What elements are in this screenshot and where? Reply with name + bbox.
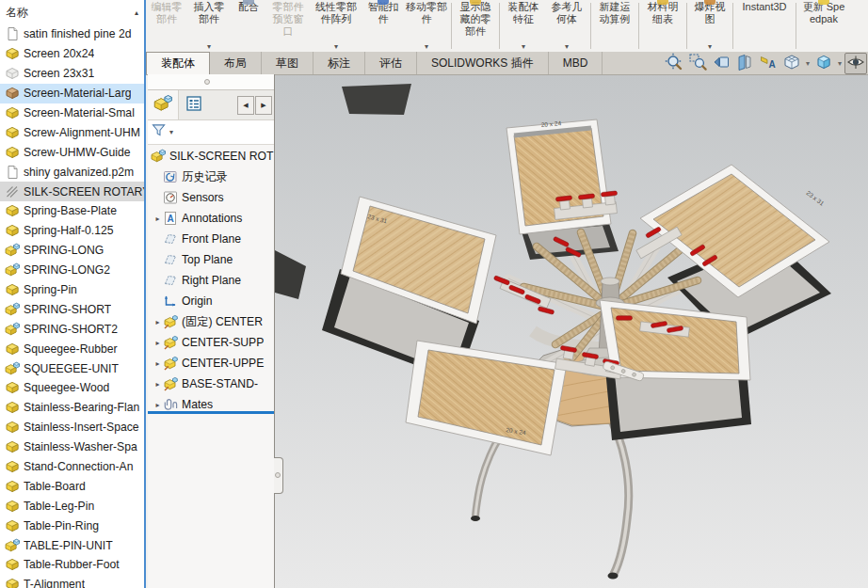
file-list-item[interactable]: satin finished pine 2d — [0, 24, 144, 44]
file-list-item[interactable]: Stainless-Bearing-Flan — [0, 398, 144, 418]
file-list-item[interactable]: Stainless-Insert-Space — [0, 418, 144, 437]
ribbon-button[interactable]: 线性零部件阵列▾ — [310, 0, 362, 52]
file-list-item[interactable]: Spring-Pin — [0, 280, 144, 300]
ribbon-button[interactable]: 配合 — [231, 0, 266, 52]
ribbon-button[interactable]: 智能扣件 — [362, 0, 404, 52]
part-icon — [5, 499, 20, 514]
expand-arrow-icon[interactable]: ▸ — [153, 339, 163, 347]
file-list-item[interactable]: Spring-Half-0.125 — [0, 221, 144, 241]
ribbon-button[interactable]: 装配体特征▾ — [502, 0, 545, 52]
tree-item[interactable]: Front Plane — [148, 229, 274, 249]
file-list-item[interactable]: SILK-SCREEN ROTARY — [0, 182, 144, 201]
file-list-item[interactable]: T-Alignment — [0, 575, 144, 588]
history-icon — [163, 169, 178, 184]
scroll-right-button[interactable]: ▶ — [255, 96, 272, 115]
hide-show-items-button[interactable] — [844, 53, 867, 74]
section-view-button[interactable] — [733, 53, 756, 74]
tree-item[interactable]: ▸(固定) CENTER — [148, 311, 274, 332]
chevron-down-icon[interactable]: ▾ — [836, 59, 844, 68]
tab-property-manager[interactable] — [179, 90, 209, 119]
rollback-bar[interactable] — [148, 411, 274, 414]
ribbon-button[interactable]: 更新 Speedpak — [798, 0, 849, 52]
file-list-item[interactable]: Table-Board — [0, 476, 144, 496]
zoom-to-fit-button[interactable] — [663, 53, 685, 74]
tree-item[interactable]: Top Plane — [148, 249, 274, 270]
part-icon — [5, 459, 20, 474]
tab-6[interactable]: MBD — [549, 52, 603, 74]
file-list-item[interactable]: Table-Leg-Pin — [0, 496, 144, 516]
ribbon-toolbar: 编辑零部件插入零部件▾配合零部件预览窗口线性零部件阵列▾智能扣件移动零部件▾显示… — [146, 0, 868, 52]
scroll-left-button[interactable]: ◀ — [237, 96, 254, 115]
panel-splitter-handle[interactable] — [274, 457, 283, 494]
expand-arrow-icon[interactable]: ▸ — [153, 215, 163, 223]
view-orientation-button[interactable] — [780, 53, 803, 74]
ribbon-button[interactable]: 爆炸视图▾ — [689, 0, 731, 52]
tree-item[interactable]: Right Plane — [148, 270, 274, 291]
file-list-item[interactable]: SPRING-LONG2 — [0, 261, 144, 280]
file-list-item[interactable]: shiny galvanized.p2m — [0, 162, 144, 182]
file-list-item[interactable]: Screen-Material-Larg — [0, 84, 144, 103]
file-list-item[interactable]: Squeegee-Rubber — [0, 339, 144, 358]
file-list-item[interactable]: Stainless-Washer-Spa — [0, 437, 144, 457]
file-list-item[interactable]: Table-Pin-Ring — [0, 516, 144, 535]
tree-item[interactable]: Origin — [148, 291, 274, 311]
expand-arrow-icon[interactable]: ▸ — [153, 318, 163, 326]
part-icon — [5, 420, 20, 435]
file-list-item[interactable]: Screen-Material-Smal — [0, 103, 144, 123]
ribbon-button[interactable]: 零部件预览窗口 — [266, 0, 310, 52]
file-list-item[interactable]: Screw-UHMW-Guide — [0, 142, 144, 162]
file-list-item[interactable]: TABLE-PIN-UNIT — [0, 535, 144, 555]
tree-filter[interactable]: ▾ — [148, 120, 274, 145]
tab-3[interactable]: 标注 — [313, 52, 365, 74]
comp-icon — [163, 335, 178, 350]
3d-viewport[interactable]: 20 x 24 23 x 31 23 x 31 20 x 24 — [275, 74, 868, 588]
tree-item[interactable]: ▸CENTER-UPPE — [148, 353, 274, 373]
tab-4[interactable]: 评估 — [365, 52, 417, 74]
tab-2[interactable]: 草图 — [262, 52, 313, 74]
ribbon-button[interactable]: 移动零部件▾ — [404, 0, 449, 52]
tab-feature-tree[interactable] — [148, 90, 179, 119]
file-list-item[interactable]: Stand-Connection-An — [0, 457, 144, 477]
expand-arrow-icon[interactable]: ▸ — [153, 401, 163, 409]
expand-arrow-icon[interactable]: ▸ — [153, 380, 163, 389]
view-settings-button[interactable]: A — [757, 53, 780, 74]
ribbon-button[interactable]: 新建运动算例 — [593, 0, 636, 52]
doc-icon — [5, 26, 20, 41]
zoom-to-area-button[interactable] — [686, 53, 709, 74]
previous-view-button[interactable] — [710, 53, 732, 74]
chevron-down-icon[interactable]: ▾ — [804, 59, 812, 68]
ribbon-button[interactable]: 编辑零部件 — [146, 0, 187, 52]
expand-arrow-icon[interactable]: ▸ — [153, 359, 163, 368]
ribbon-button[interactable]: 材料明细表 — [641, 0, 684, 52]
ribbon-separator — [638, 3, 639, 49]
tab-5[interactable]: SOLIDWORKS 插件 — [417, 52, 549, 74]
property-manager-icon — [185, 94, 203, 117]
tree-item[interactable]: ▸AAnnotations — [148, 208, 274, 229]
file-list-item[interactable]: Table-Rubber-Foot — [0, 555, 144, 575]
file-list-item[interactable]: SPRING-SHORT — [0, 299, 144, 319]
file-list-item[interactable]: Spring-Base-Plate — [0, 201, 144, 221]
ribbon-button[interactable]: 显示隐藏的零部件 — [454, 0, 497, 52]
ribbon-button[interactable]: 插入零部件▾ — [187, 0, 231, 52]
tree-root-item[interactable]: SILK-SCREEN ROT — [148, 146, 274, 167]
tab-1[interactable]: 布局 — [210, 52, 262, 74]
file-list-item[interactable]: Squeegee-Wood — [0, 378, 144, 398]
tree-item[interactable]: ▸BASE-STAND- — [148, 373, 274, 394]
file-list-header[interactable]: 名称 ▴ — [0, 0, 144, 24]
file-list-item[interactable]: SPRING-SHORT2 — [0, 319, 144, 339]
ribbon-button[interactable]: Instant3D — [735, 0, 794, 52]
file-list-item[interactable]: Screen 23x31 — [0, 64, 144, 84]
panel-splitter-horizontal[interactable] — [148, 74, 274, 90]
file-list-item[interactable]: Screw-Alignment-UHM — [0, 122, 144, 142]
file-list-item[interactable]: Screen 20x24 — [0, 44, 144, 64]
tree-item[interactable]: 历史记录 — [148, 167, 274, 187]
part-icon — [5, 400, 20, 415]
tree-item[interactable]: Sensors — [148, 187, 274, 208]
ribbon-button[interactable]: 参考几何体▾ — [545, 0, 588, 52]
file-list-item[interactable]: SPRING-LONG — [0, 241, 144, 261]
file-list-item[interactable]: SQUEEGEE-UNIT — [0, 358, 144, 378]
part-icon — [5, 557, 20, 572]
tab-0[interactable]: 装配体 — [146, 52, 210, 74]
display-style-button[interactable] — [812, 53, 835, 74]
tree-item[interactable]: ▸CENTER-SUPP — [148, 332, 274, 353]
